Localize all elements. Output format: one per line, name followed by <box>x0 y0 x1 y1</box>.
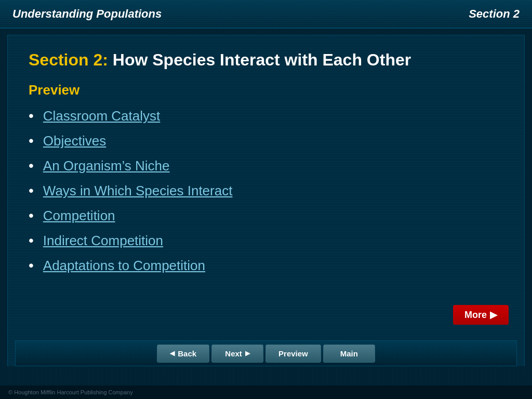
link-indirect-competition[interactable]: Indirect Competition <box>43 233 163 249</box>
back-arrow-icon: ◀ <box>170 350 175 357</box>
next-arrow-icon: ▶ <box>245 350 250 357</box>
list-item: • Indirect Competition <box>29 232 503 249</box>
more-button[interactable]: More ▶ <box>453 305 509 325</box>
list-item: • An Organism’s Niche <box>29 157 503 174</box>
preview-heading: Preview <box>29 82 503 98</box>
bullet-dot: • <box>29 257 34 274</box>
bullet-dot: • <box>29 207 34 224</box>
list-item: • Ways in Which Species Interact <box>29 182 503 199</box>
next-label: Next <box>225 349 242 358</box>
next-button[interactable]: Next ▶ <box>211 344 263 363</box>
list-item: • Classroom Catalyst <box>29 108 503 124</box>
section-title: Section 2: How Species Interact with Eac… <box>29 50 503 70</box>
list-item: • Objectives <box>29 132 503 149</box>
nav-bar: ◀ Back Next ▶ Preview Main <box>15 340 517 366</box>
preview-label: Preview <box>278 349 308 358</box>
header-bar: Understanding Populations Section 2 <box>0 0 532 29</box>
bullet-dot: • <box>29 232 34 249</box>
bullet-dot: • <box>29 132 34 149</box>
preview-button[interactable]: Preview <box>265 344 321 363</box>
copyright-text: © Houghton Mifflin Harcourt Publishing C… <box>8 389 133 395</box>
main-button[interactable]: Main <box>323 344 375 363</box>
link-organisms-niche[interactable]: An Organism’s Niche <box>43 158 170 174</box>
more-label: More <box>464 310 487 321</box>
bullet-dot: • <box>29 108 34 124</box>
link-adaptations[interactable]: Adaptations to Competition <box>43 258 205 274</box>
preview-list: • Classroom Catalyst • Objectives • An O… <box>29 108 503 274</box>
back-button[interactable]: ◀ Back <box>157 344 209 363</box>
back-label: Back <box>178 349 196 358</box>
main-label: Main <box>340 349 358 358</box>
main-content: Section 2: How Species Interact with Eac… <box>7 35 525 366</box>
link-objectives[interactable]: Objectives <box>43 133 106 149</box>
bullet-dot: • <box>29 157 34 174</box>
footer: © Houghton Mifflin Harcourt Publishing C… <box>0 385 532 399</box>
header-title-right: Section 2 <box>469 7 520 21</box>
section-label: Section 2: <box>29 50 108 69</box>
link-competition[interactable]: Competition <box>43 208 115 224</box>
section-title-rest: How Species Interact with Each Other <box>108 50 411 69</box>
list-item: • Adaptations to Competition <box>29 257 503 274</box>
link-classroom-catalyst[interactable]: Classroom Catalyst <box>43 108 160 124</box>
header-title-left: Understanding Populations <box>12 7 162 21</box>
list-item: • Competition <box>29 207 503 224</box>
more-arrow-icon: ▶ <box>490 309 497 321</box>
more-btn-container: More ▶ <box>453 305 509 325</box>
link-ways-interact[interactable]: Ways in Which Species Interact <box>43 183 233 199</box>
bullet-dot: • <box>29 182 34 199</box>
